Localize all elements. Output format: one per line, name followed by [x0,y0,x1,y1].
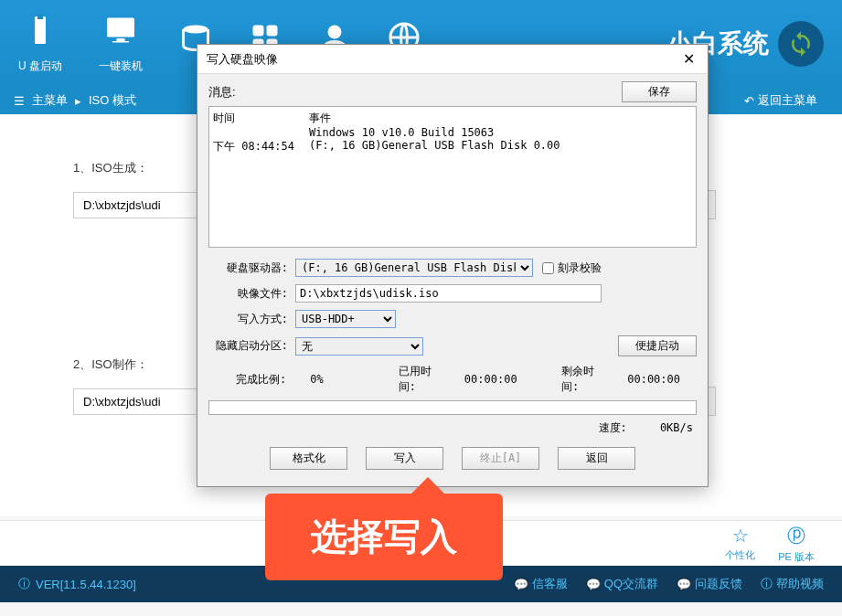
feedback-icon: 💬 [677,578,691,591]
svg-rect-0 [35,16,46,44]
nav-oneclick[interactable]: 一键装机 [99,14,143,74]
progress-value: 0% [310,373,381,386]
elapsed-value: 00:00:00 [464,373,545,386]
hidden-label: 隐藏启动分区: [208,338,295,354]
list-icon: ☰ [14,94,25,108]
svg-point-10 [328,26,342,39]
info-icon: ⓘ [18,576,30,592]
log-time: 下午 08:44:54 [213,139,309,154]
help-link[interactable]: ⓘ 帮助视频 [761,576,824,592]
star-icon: ☆ [732,525,749,547]
image-file-input[interactable] [295,284,602,303]
refresh-icon[interactable] [778,21,824,67]
svg-point-5 [184,26,208,34]
write-mode-select[interactable]: USB-HDD+ [295,310,396,328]
breadcrumb-sep: ▸ [75,94,81,108]
progress-bar [208,400,697,415]
return-button[interactable]: 返回 [558,447,635,470]
disk-drive-select[interactable]: (F:, 16 GB)General USB Flash Disk 0.00 [295,259,533,277]
nav-label: 一键装机 [99,58,143,74]
close-icon[interactable]: ✕ [679,50,698,68]
back-main-label: 返回主菜单 [758,92,817,109]
verify-text: 刻录校验 [558,260,602,276]
back-arrow-icon: ↶ [744,94,754,108]
breadcrumb-main[interactable]: 主菜单 [32,92,68,109]
version-info: ⓘ VER[11.5.44.1230] [18,576,136,592]
svg-rect-2 [107,17,134,37]
qq-link[interactable]: 💬 QQ交流群 [586,576,658,592]
weixin-label: 信客服 [532,576,568,592]
breadcrumb-mode: ISO 模式 [89,92,136,109]
log-event: Windows 10 v10.0 Build 15063 [309,126,494,139]
help-label: 帮助视频 [776,576,824,592]
hidden-select[interactable]: 无 [295,337,423,356]
personalize-link[interactable]: ☆ 个性化 [725,525,755,562]
svg-rect-7 [267,26,278,37]
write-mode-label: 写入方式: [208,312,295,327]
svg-rect-3 [117,38,125,41]
personalize-label: 个性化 [725,548,755,562]
remaining-label: 剩余时间: [561,364,611,395]
weixin-link[interactable]: 💬 信客服 [514,576,568,592]
callout-arrow-icon [411,477,444,494]
disk-drive-label: 硬盘驱动器: [208,260,295,276]
dialog-title: 写入硬盘映像 [207,51,278,68]
log-event: (F:, 16 GB)General USB Flash Disk 0.00 [309,139,560,154]
pe-label: PE 版本 [778,550,815,564]
quick-boot-button[interactable]: 便捷启动 [618,335,697,356]
pe-version-link[interactable]: ⓟ PE 版本 [778,524,815,564]
log-header-event: 事件 [309,111,331,126]
callout-annotation: 选择写入 [265,494,503,580]
speed-value: 0KB/s [660,421,693,434]
log-row: Windows 10 v10.0 Build 15063 [213,126,692,139]
message-label: 消息: [208,84,236,101]
nav-usb-boot[interactable]: U 盘启动 [18,14,62,74]
svg-rect-4 [112,41,129,43]
feedback-link[interactable]: 💬 问题反馈 [677,576,742,592]
verify-checkbox[interactable] [542,262,554,274]
dialog-titlebar: 写入硬盘映像 ✕ [197,45,708,74]
callout-text: 选择写入 [311,516,457,557]
log-time [213,126,309,139]
back-main-button[interactable]: ↶ 返回主菜单 [733,89,828,112]
write-button[interactable]: 写入 [366,447,443,470]
verify-checkbox-label[interactable]: 刻录校验 [542,260,602,276]
help-icon: ⓘ [761,576,773,592]
elapsed-label: 已用时间: [399,364,448,395]
version-text: VER[11.5.44.1230] [36,578,136,591]
feedback-label: 问题反馈 [695,576,742,592]
qq-label: QQ交流群 [604,576,658,592]
chat-icon: 💬 [514,578,528,591]
remaining-value: 00:00:00 [627,373,680,386]
progress-label: 完成比例: [208,372,293,388]
format-button[interactable]: 格式化 [270,447,347,470]
save-button[interactable]: 保存 [622,81,697,102]
usb-icon [24,14,57,54]
pe-icon: ⓟ [787,524,805,548]
monitor-icon [104,14,137,54]
image-file-label: 映像文件: [208,286,295,302]
log-box[interactable]: 时间 事件 Windows 10 v10.0 Build 15063 下午 08… [208,106,697,248]
write-disk-image-dialog: 写入硬盘映像 ✕ 消息: 保存 时间 事件 Windows 10 v10.0 B… [197,44,709,487]
svg-rect-6 [253,26,264,37]
log-header-time: 时间 [213,111,309,126]
log-row: 下午 08:44:54 (F:, 16 GB)General USB Flash… [213,139,692,154]
stop-button[interactable]: 终止[A] [462,447,539,470]
speed-label: 速度: [599,421,627,434]
qq-icon: 💬 [586,578,601,591]
svg-rect-1 [37,14,43,19]
nav-label: U 盘启动 [18,58,62,74]
